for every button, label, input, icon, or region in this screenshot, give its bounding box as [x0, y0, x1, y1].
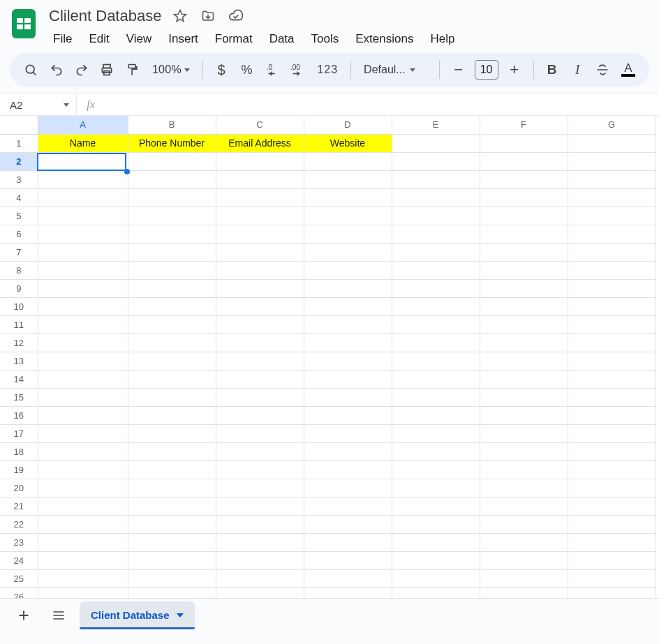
- cell[interactable]: [392, 297, 480, 315]
- row-header[interactable]: 21: [0, 497, 38, 515]
- cell[interactable]: [216, 188, 304, 207]
- cell[interactable]: [480, 533, 568, 551]
- cell[interactable]: [392, 279, 480, 297]
- cell[interactable]: [304, 533, 392, 551]
- decrease-decimal-button[interactable]: .0: [261, 58, 283, 82]
- cell[interactable]: [216, 279, 304, 297]
- cell[interactable]: [568, 424, 656, 442]
- spreadsheet-grid[interactable]: ABCDEFG1NamePhone NumberEmail AddressWeb…: [0, 116, 656, 598]
- cell[interactable]: [568, 442, 656, 460]
- cell[interactable]: [304, 279, 392, 297]
- cell[interactable]: [304, 479, 392, 497]
- cell[interactable]: [480, 170, 568, 188]
- cell[interactable]: [128, 533, 216, 551]
- cell[interactable]: [128, 243, 216, 261]
- name-box[interactable]: A2: [0, 94, 77, 115]
- row-header[interactable]: 9: [0, 279, 38, 297]
- cell[interactable]: [304, 497, 392, 515]
- cell[interactable]: [38, 551, 128, 569]
- cell[interactable]: [392, 334, 480, 352]
- cell[interactable]: [304, 587, 392, 598]
- cell[interactable]: [568, 352, 656, 370]
- cell[interactable]: [392, 315, 480, 334]
- cell[interactable]: [392, 569, 480, 587]
- column-header[interactable]: G: [568, 116, 656, 134]
- cell[interactable]: [216, 207, 304, 225]
- cell[interactable]: [216, 424, 304, 442]
- row-header[interactable]: 14: [0, 370, 38, 388]
- strikethrough-button[interactable]: [591, 58, 614, 82]
- cell[interactable]: [128, 207, 216, 225]
- menu-edit[interactable]: Edit: [82, 29, 116, 49]
- cell[interactable]: [216, 569, 304, 587]
- cell[interactable]: [216, 515, 304, 533]
- cell[interactable]: [38, 388, 128, 406]
- all-sheets-button[interactable]: [45, 601, 73, 629]
- cell[interactable]: [216, 243, 304, 261]
- number-format-button[interactable]: 123: [311, 58, 343, 82]
- cell[interactable]: [392, 479, 480, 497]
- menu-help[interactable]: Help: [423, 29, 461, 49]
- cell[interactable]: [304, 188, 392, 207]
- menu-extensions[interactable]: Extensions: [348, 29, 420, 49]
- cell[interactable]: [38, 243, 128, 261]
- cell[interactable]: [38, 279, 128, 297]
- menu-tools[interactable]: Tools: [304, 29, 346, 49]
- cell[interactable]: [480, 297, 568, 315]
- cell[interactable]: [128, 479, 216, 497]
- cell[interactable]: [568, 533, 656, 551]
- cell[interactable]: [480, 551, 568, 569]
- cell[interactable]: [568, 261, 656, 279]
- cell[interactable]: [392, 243, 480, 261]
- cell[interactable]: [216, 315, 304, 334]
- cell[interactable]: [216, 587, 304, 598]
- cell[interactable]: [38, 587, 128, 598]
- cell[interactable]: [480, 188, 568, 207]
- cell[interactable]: [392, 370, 480, 388]
- row-header[interactable]: 10: [0, 297, 38, 315]
- cell[interactable]: [38, 315, 128, 334]
- cell[interactable]: [480, 243, 568, 261]
- cell[interactable]: [128, 551, 216, 569]
- row-header[interactable]: 8: [0, 261, 38, 279]
- cell[interactable]: [392, 388, 480, 406]
- cell[interactable]: [128, 587, 216, 598]
- cell[interactable]: [304, 442, 392, 460]
- row-header[interactable]: 6: [0, 225, 38, 243]
- row-header[interactable]: 17: [0, 424, 38, 442]
- cell[interactable]: [392, 497, 480, 515]
- row-header[interactable]: 16: [0, 406, 38, 424]
- cell[interactable]: [392, 587, 480, 598]
- cell[interactable]: [128, 352, 216, 370]
- cell[interactable]: [480, 479, 568, 497]
- cell[interactable]: [304, 424, 392, 442]
- decrease-font-size-button[interactable]: −: [447, 58, 471, 82]
- cell[interactable]: [480, 225, 568, 243]
- cell[interactable]: [38, 334, 128, 352]
- menu-data[interactable]: Data: [262, 29, 302, 49]
- cell[interactable]: [304, 334, 392, 352]
- row-header[interactable]: 22: [0, 515, 38, 533]
- cell[interactable]: [128, 406, 216, 424]
- cell[interactable]: [304, 569, 392, 587]
- cell[interactable]: [128, 279, 216, 297]
- cell[interactable]: Website: [304, 134, 392, 152]
- cell[interactable]: Phone Number: [128, 134, 216, 152]
- cell[interactable]: [216, 551, 304, 569]
- cell[interactable]: [128, 388, 216, 406]
- cell[interactable]: [304, 315, 392, 334]
- formula-bar-input[interactable]: [105, 94, 659, 115]
- star-icon[interactable]: [172, 8, 188, 24]
- cell[interactable]: [304, 515, 392, 533]
- row-header[interactable]: 3: [0, 170, 38, 188]
- paint-format-button[interactable]: [121, 58, 144, 82]
- cell[interactable]: [304, 297, 392, 315]
- cell[interactable]: [568, 207, 656, 225]
- cell[interactable]: [304, 261, 392, 279]
- cell[interactable]: [304, 388, 392, 406]
- bold-button[interactable]: B: [541, 58, 563, 82]
- cell[interactable]: [304, 152, 392, 170]
- cell[interactable]: [568, 188, 656, 207]
- cell[interactable]: [128, 261, 216, 279]
- cell[interactable]: [392, 406, 480, 424]
